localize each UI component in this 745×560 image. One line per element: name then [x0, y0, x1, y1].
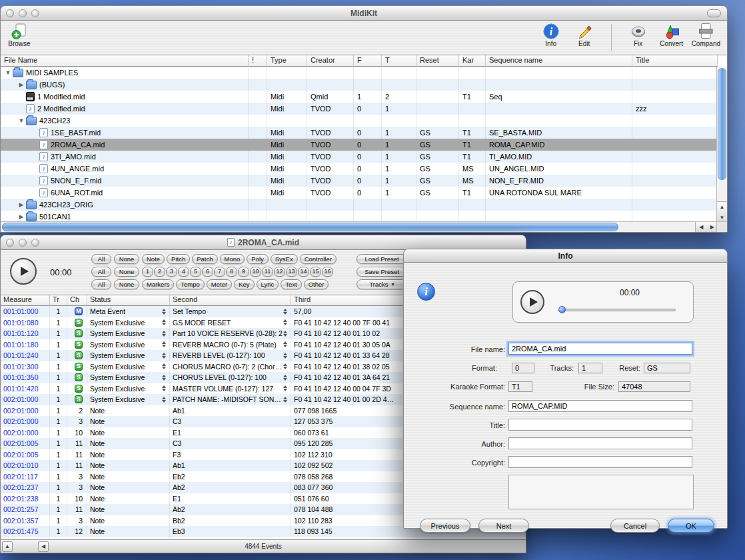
zoom-button[interactable]: [31, 239, 39, 247]
next-button[interactable]: Next: [478, 519, 529, 533]
title-field[interactable]: [508, 419, 692, 431]
folder-row[interactable]: ▶423CH23_ORIG: [1, 199, 718, 211]
column-header-type[interactable]: Type: [267, 55, 307, 67]
filter-other-button[interactable]: Other: [304, 279, 329, 289]
tracks-button[interactable]: Tracks▾: [357, 279, 407, 289]
channel-10-button[interactable]: 10: [250, 267, 261, 277]
filter-key-button[interactable]: Key: [234, 279, 254, 289]
file-name-field[interactable]: [508, 343, 692, 355]
filter-sysex-button[interactable]: SysEx: [271, 254, 298, 264]
channel-5-button[interactable]: 5: [190, 267, 201, 277]
filter-markers-button[interactable]: Markers: [142, 279, 174, 289]
channel-9-button[interactable]: 9: [238, 267, 249, 277]
column-header-t[interactable]: T: [382, 55, 416, 67]
stepper-icon[interactable]: [161, 308, 167, 315]
file-row[interactable]: 1SE_BAST.midMidiTVOD01GST1SE_BASTA.MID: [1, 127, 718, 139]
toolbar-toggle-button[interactable]: [707, 9, 721, 17]
scroll-left-arrow[interactable]: ◀: [38, 541, 49, 552]
column-header-ch[interactable]: Ch: [67, 295, 87, 306]
channel-6-button[interactable]: 6: [202, 267, 213, 277]
file-row[interactable]: 1 Modified.midMidiQmid12T1Seq: [1, 91, 718, 103]
filter-note-button[interactable]: Note: [142, 254, 165, 264]
ok-button[interactable]: OK: [668, 519, 714, 533]
play-button[interactable]: [520, 290, 544, 314]
channel-2-button[interactable]: 2: [154, 267, 165, 277]
column-header-tr[interactable]: Tr: [50, 295, 67, 306]
cancel-button[interactable]: Cancel: [610, 519, 660, 533]
disclosure-triangle-collapsed[interactable]: ▶: [17, 81, 26, 88]
file-row[interactable]: 6UNA_ROT.midMidiTVOD01GST1UNA ROTONDA SU…: [1, 187, 718, 199]
column-header-status[interactable]: Status: [87, 295, 170, 306]
filter-lyric-button[interactable]: Lyric: [257, 279, 279, 289]
folder-row[interactable]: ▶(BUGS): [1, 79, 718, 91]
filter-all-button[interactable]: All: [91, 279, 111, 289]
channel-16-button[interactable]: 16: [322, 267, 333, 277]
folder-row[interactable]: ▼MIDI SAMPLES: [1, 67, 718, 79]
zoom-button[interactable]: [31, 9, 39, 17]
stepper-icon[interactable]: [161, 341, 167, 348]
filter-all-button[interactable]: All: [91, 254, 111, 264]
column-header-title[interactable]: Title: [632, 55, 718, 67]
channel-15-button[interactable]: 15: [310, 267, 321, 277]
stepper-icon[interactable]: [283, 308, 288, 315]
folder-row[interactable]: ▼423CH23: [1, 115, 718, 127]
filter-patch-button[interactable]: Patch: [192, 254, 217, 264]
file-row[interactable]: 2 Modified.midMidiTVOD01zzz: [1, 103, 718, 115]
channel-3-button[interactable]: 3: [166, 267, 177, 277]
load-preset-button[interactable]: Load Preset: [357, 254, 407, 264]
filter-none-button[interactable]: None: [114, 254, 139, 264]
filter-poly-button[interactable]: Poly: [247, 254, 268, 264]
filter-none-button[interactable]: None: [114, 279, 139, 289]
save-preset-button[interactable]: Save Preset: [357, 267, 407, 277]
disclosure-triangle-expanded[interactable]: ▼: [3, 69, 13, 76]
disclosure-triangle-expanded[interactable]: ▼: [17, 117, 26, 124]
filter-all-button[interactable]: All: [91, 267, 111, 277]
stepper-icon[interactable]: [283, 352, 288, 359]
column-header-sequence-name[interactable]: Sequence name: [486, 55, 632, 67]
column-header-f[interactable]: F: [354, 55, 382, 67]
filter-tempo-button[interactable]: Tempo: [176, 279, 205, 289]
editor-titlebar[interactable]: 2ROMA_CA.mid: [1, 235, 526, 250]
column-header-creator[interactable]: Creator: [307, 55, 354, 67]
stepper-icon[interactable]: [283, 374, 288, 381]
copyright-field[interactable]: [508, 456, 692, 468]
channel-14-button[interactable]: 14: [298, 267, 309, 277]
stepper-icon[interactable]: [161, 352, 167, 359]
stepper-icon[interactable]: [161, 363, 167, 370]
scroll-up-arrow[interactable]: ▲: [717, 202, 727, 213]
scroll-up-arrow[interactable]: ▲: [2, 541, 13, 552]
close-button[interactable]: [6, 239, 14, 247]
scroll-left-arrow[interactable]: ◀: [696, 222, 707, 232]
sequence-name-field[interactable]: [508, 400, 692, 412]
midikit-titlebar[interactable]: MidiKit: [1, 6, 727, 21]
playback-slider-track[interactable]: [561, 309, 676, 311]
filter-pitch-button[interactable]: Pitch: [167, 254, 190, 264]
file-row[interactable]: 5NON_E_F.midMidiTVOD01GSMSNON_E_FR.MID: [1, 175, 718, 187]
stepper-icon[interactable]: [283, 385, 288, 392]
channel-13-button[interactable]: 13: [286, 267, 297, 277]
channel-1-button[interactable]: 1: [142, 267, 153, 277]
channel-7-button[interactable]: 7: [214, 267, 225, 277]
filter-controller-button[interactable]: Controller: [300, 254, 337, 264]
comments-field[interactable]: [508, 475, 694, 509]
column-header-reset[interactable]: Reset: [416, 55, 459, 67]
disclosure-triangle-collapsed[interactable]: ▶: [17, 201, 26, 208]
browse-button[interactable]: Browse: [6, 23, 33, 47]
previous-button[interactable]: Previous: [420, 519, 470, 533]
filter-meter-button[interactable]: Meter: [207, 279, 232, 289]
filter-mono-button[interactable]: Mono: [220, 254, 245, 264]
info-dialog-titlebar[interactable]: Info: [404, 249, 727, 263]
column-header-second[interactable]: Second: [170, 295, 291, 306]
filter-text-button[interactable]: Text: [281, 279, 301, 289]
file-row[interactable]: 3TI_AMO.midMidiTVOD01GST1TI_AMO.MID: [1, 151, 718, 163]
edit-button[interactable]: Edit: [571, 23, 598, 51]
vertical-scrollbar-thumb[interactable]: [718, 68, 726, 180]
column-header-kar[interactable]: Kar: [459, 55, 486, 67]
fix-button[interactable]: Fix: [625, 23, 652, 51]
horizontal-scrollbar[interactable]: ◀ ▶: [1, 221, 718, 232]
stepper-icon[interactable]: [161, 319, 167, 326]
stepper-icon[interactable]: [161, 385, 167, 392]
column-header-measure[interactable]: Measure: [1, 295, 50, 306]
filter-none-button[interactable]: None: [114, 267, 139, 277]
column-header-file-name[interactable]: File Name: [1, 55, 249, 67]
